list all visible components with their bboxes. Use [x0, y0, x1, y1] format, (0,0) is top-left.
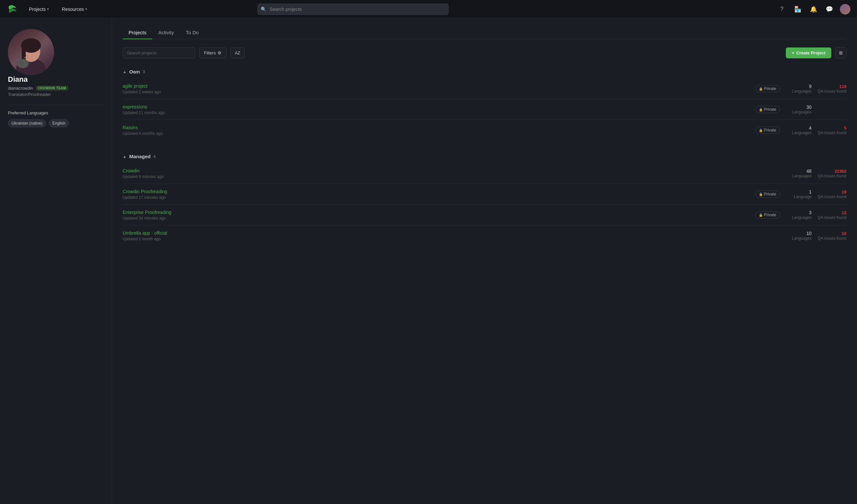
project-update-raisins: Updated 6 months ago — [123, 131, 750, 136]
qa-badge: 22362 QA issues found — [817, 169, 846, 178]
search-input[interactable] — [257, 4, 449, 15]
navbar-right: ? 🏪 🔔 💬 — [777, 4, 851, 15]
lock-icon: 🔒 — [759, 87, 763, 91]
own-section: ▲ Own 3 agile project Updated 2 weeks ag… — [123, 66, 846, 140]
managed-section: ▲ Managed 4 Crowdin Updated 8 minutes ag… — [123, 151, 846, 246]
private-badge: 🔒 Private — [755, 211, 780, 219]
notifications-icon[interactable]: 🔔 — [808, 4, 819, 15]
qa-badge: 5 QA issues found — [817, 125, 846, 135]
own-project-list: agile project Updated 2 weeks ago 🔒 Priv… — [123, 79, 846, 140]
table-row: expressions Updated 11 months ago 🔒 Priv… — [123, 99, 846, 120]
table-row: agile project Updated 2 weeks ago 🔒 Priv… — [123, 79, 846, 99]
project-info: Raisins Updated 6 months ago — [123, 124, 750, 136]
managed-section-header: ▲ Managed 4 — [123, 151, 846, 162]
search-icon: 🔍 — [261, 6, 266, 12]
lock-icon: 🔒 — [759, 129, 763, 132]
qa-badge: 10 QA issues found — [817, 231, 846, 241]
project-info: Crowdin Proofreading Updated 17 minutes … — [123, 188, 750, 200]
project-update-crowdin-proofreading: Updated 17 minutes ago — [123, 195, 750, 200]
project-name-crowdin[interactable]: Crowdin — [123, 168, 139, 173]
private-badge: 🔒 Private — [755, 190, 780, 198]
store-icon[interactable]: 🏪 — [792, 4, 803, 15]
svg-point-4 — [17, 59, 29, 68]
resources-nav-item[interactable]: Resources ▾ — [59, 5, 90, 13]
project-name-enterprise-proofreading[interactable]: Enterprise Proofreading — [123, 209, 171, 215]
global-search: 🔍 — [257, 4, 449, 15]
profile-role: Translator/Proofreader — [8, 92, 104, 97]
own-collapse-icon[interactable]: ▲ — [123, 70, 127, 74]
profile-name: Diana — [8, 75, 104, 84]
sidebar-divider — [8, 105, 104, 105]
language-tags: Ukrainian (native) English — [8, 119, 104, 127]
project-name-umbrella[interactable]: Umbrella app - official — [123, 231, 167, 236]
table-row: Raisins Updated 6 months ago 🔒 Private 4… — [123, 120, 846, 140]
filter-icon: ⚙ — [218, 50, 221, 55]
plus-icon: + — [792, 50, 794, 55]
logo[interactable] — [6, 3, 18, 15]
project-info: agile project Updated 2 weeks ago — [123, 83, 750, 94]
team-badge: CROWDIN TEAM — [36, 86, 68, 91]
project-update-enterprise-proofreading: Updated 34 minutes ago — [123, 216, 750, 220]
language-tag-english: English — [49, 119, 69, 127]
project-name-expressions[interactable]: expressions — [123, 104, 147, 110]
qa-badge: 12 QA issues found — [817, 210, 846, 220]
project-info: Umbrella app - official Updated 1 month … — [123, 230, 780, 241]
create-project-button[interactable]: + Create Project — [786, 48, 831, 58]
private-badge: 🔒 Private — [755, 106, 780, 113]
language-count: 1 Language — [785, 189, 811, 199]
grid-view-button[interactable]: ⊞ — [835, 47, 846, 58]
projects-chevron-icon: ▾ — [47, 7, 49, 11]
lock-icon: 🔒 — [759, 192, 763, 196]
preferred-languages-label: Preferred Languages — [8, 111, 104, 115]
tabs: Projects Activity To Do — [123, 27, 846, 39]
project-update-umbrella: Updated 1 month ago — [123, 237, 780, 241]
project-update-crowdin: Updated 8 minutes ago — [123, 174, 780, 179]
qa-badge: 19 QA issues found — [817, 189, 846, 199]
language-count: 9 Languages — [785, 84, 811, 94]
table-row: Umbrella app - official Updated 1 month … — [123, 225, 846, 246]
project-info: Enterprise Proofreading Updated 34 minut… — [123, 209, 750, 220]
project-name-agile[interactable]: agile project — [123, 83, 148, 89]
managed-section-title: Managed — [129, 154, 151, 159]
language-count: 3 Languages — [785, 210, 811, 220]
projects-nav-item[interactable]: Projects ▾ — [27, 5, 51, 13]
private-badge: 🔒 Private — [755, 127, 780, 134]
tab-todo[interactable]: To Do — [180, 27, 205, 39]
navbar: Projects ▾ Resources ▾ 🔍 ? 🏪 🔔 💬 — [0, 0, 857, 18]
own-section-count: 3 — [142, 69, 145, 74]
search-projects-input[interactable] — [123, 48, 195, 58]
sidebar: Diana dianacrowdin CROWDIN TEAM Translat… — [0, 18, 112, 504]
table-row: Crowdin Proofreading Updated 17 minutes … — [123, 184, 846, 205]
language-count: 4 Languages — [785, 125, 811, 135]
managed-project-list: Crowdin Updated 8 minutes ago 48 Languag… — [123, 163, 846, 246]
toolbar: Filters ⚙ AZ + Create Project ⊞ — [123, 47, 846, 58]
qa-badge: 119 QA issues found — [817, 84, 846, 94]
managed-collapse-icon[interactable]: ▲ — [123, 154, 127, 159]
help-icon[interactable]: ? — [777, 4, 787, 15]
svg-marker-5 — [18, 55, 21, 59]
language-count: 30 Languages — [785, 104, 811, 114]
main-content: Projects Activity To Do Filters ⚙ AZ + C… — [112, 18, 857, 504]
project-name-crowdin-proofreading[interactable]: Crowdin Proofreading — [123, 189, 167, 194]
language-count: 10 Languages — [785, 231, 811, 241]
az-sort-button[interactable]: AZ — [230, 48, 245, 58]
table-row: Enterprise Proofreading Updated 34 minut… — [123, 205, 846, 225]
own-section-title: Own — [129, 69, 140, 74]
managed-section-count: 4 — [153, 154, 155, 159]
language-tag-ukrainian: Ukrainian (native) — [8, 119, 46, 127]
main-layout: Diana dianacrowdin CROWDIN TEAM Translat… — [0, 18, 857, 504]
tab-projects[interactable]: Projects — [123, 27, 152, 39]
tab-activity[interactable]: Activity — [152, 27, 180, 39]
project-info: Crowdin Updated 8 minutes ago — [123, 168, 780, 179]
messages-icon[interactable]: 💬 — [824, 4, 835, 15]
profile-username-row: dianacrowdin CROWDIN TEAM — [8, 86, 104, 91]
user-avatar[interactable] — [840, 4, 851, 15]
project-name-raisins[interactable]: Raisins — [123, 125, 138, 130]
project-update-expressions: Updated 11 months ago — [123, 111, 750, 115]
grid-icon: ⊞ — [839, 50, 843, 55]
search-projects-wrapper — [123, 48, 195, 58]
filters-button[interactable]: Filters ⚙ — [199, 48, 226, 58]
lock-icon: 🔒 — [759, 108, 763, 112]
resources-chevron-icon: ▾ — [85, 7, 87, 11]
profile-username: dianacrowdin — [8, 86, 33, 91]
